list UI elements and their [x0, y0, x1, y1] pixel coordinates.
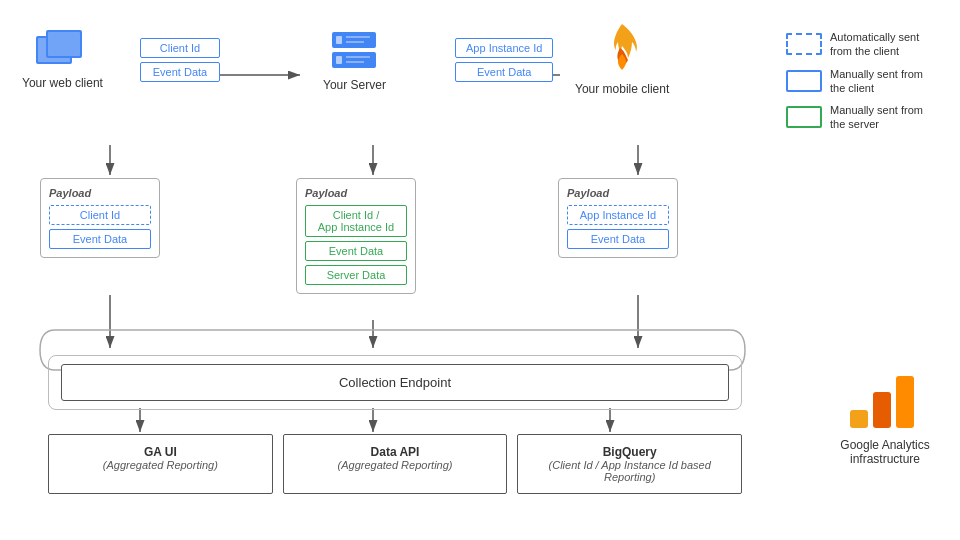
- web-payload-items: Client Id Event Data: [49, 205, 151, 249]
- collection-endpoint-label: Collection Endpoint: [339, 375, 451, 390]
- server-payload-id: Client Id /App Instance Id: [305, 205, 407, 237]
- legend-item-auto: Automatically sent from the client: [786, 30, 940, 59]
- output-bigquery: BigQuery (Client Id / App Instance Id ba…: [517, 434, 742, 494]
- svg-rect-23: [336, 56, 342, 64]
- ga-ui-title: GA UI: [57, 445, 264, 459]
- collection-outer-border: Collection Endpoint: [48, 355, 742, 410]
- legend-box-dashed: [786, 33, 822, 55]
- legend: Automatically sent from the client Manua…: [786, 30, 940, 132]
- mobile-payload-event-data: Event Data: [567, 229, 669, 249]
- svg-rect-27: [873, 392, 891, 428]
- mobile-event-data-box: Event Data: [455, 62, 553, 82]
- svg-rect-19: [336, 36, 342, 44]
- server-icon: [328, 28, 380, 74]
- mobile-payload: Payload App Instance Id Event Data: [558, 178, 678, 258]
- ga-ui-subtitle: (Aggregated Reporting): [57, 459, 264, 471]
- mobile-payload-instance-id: App Instance Id: [567, 205, 669, 225]
- legend-box-solid-green: [786, 106, 822, 128]
- mobile-client-label: Your mobile client: [575, 82, 669, 96]
- ga-label: Google Analytics infrastructure: [830, 438, 940, 466]
- collection-section: Collection Endpoint: [48, 355, 742, 410]
- diagram: Automatically sent from the client Manua…: [0, 0, 960, 540]
- legend-item-manual-client: Manually sent from the client: [786, 67, 940, 96]
- web-payload: Payload Client Id Event Data: [40, 178, 160, 258]
- mobile-payload-items: App Instance Id Event Data: [567, 205, 669, 249]
- legend-item-manual-server: Manually sent from the server: [786, 103, 940, 132]
- legend-box-solid-blue: [786, 70, 822, 92]
- mobile-client-section: Your mobile client: [575, 20, 669, 96]
- mobile-instance-id-box: App Instance Id: [455, 38, 553, 58]
- web-client-icon: [34, 28, 90, 72]
- output-ga-ui: GA UI (Aggregated Reporting): [48, 434, 273, 494]
- web-event-data-box: Event Data: [140, 62, 220, 82]
- server-payload-label: Payload: [305, 187, 407, 199]
- svg-rect-17: [48, 32, 80, 56]
- mobile-client-icon: [598, 20, 646, 78]
- server-payload: Payload Client Id /App Instance Id Event…: [296, 178, 416, 294]
- server-section: Your Server: [323, 28, 386, 92]
- web-client-id-box: Client Id: [140, 38, 220, 58]
- web-payload-client-id: Client Id: [49, 205, 151, 225]
- mobile-data-boxes: App Instance Id Event Data: [455, 38, 553, 82]
- web-client-section: Your web client: [22, 28, 103, 90]
- legend-auto-label: Automatically sent from the client: [830, 30, 940, 59]
- web-client-label: Your web client: [22, 76, 103, 90]
- output-data-api: Data API (Aggregated Reporting): [283, 434, 508, 494]
- legend-manual-server-label: Manually sent from the server: [830, 103, 940, 132]
- server-label: Your Server: [323, 78, 386, 92]
- ga-infrastructure: Google Analytics infrastructure: [830, 370, 940, 466]
- server-payload-items: Client Id /App Instance Id Event Data Se…: [305, 205, 407, 285]
- bigquery-title: BigQuery: [526, 445, 733, 459]
- data-api-subtitle: (Aggregated Reporting): [292, 459, 499, 471]
- data-api-title: Data API: [292, 445, 499, 459]
- mobile-payload-label: Payload: [567, 187, 669, 199]
- svg-rect-28: [896, 376, 914, 428]
- server-payload-server-data: Server Data: [305, 265, 407, 285]
- web-payload-event-data: Event Data: [49, 229, 151, 249]
- bigquery-subtitle: (Client Id / App Instance Id based Repor…: [526, 459, 733, 483]
- ga-bars-icon: [845, 370, 925, 430]
- web-payload-label: Payload: [49, 187, 151, 199]
- outputs-row: GA UI (Aggregated Reporting) Data API (A…: [48, 434, 742, 494]
- web-data-boxes: Client Id Event Data: [140, 38, 220, 82]
- server-payload-event-data: Event Data: [305, 241, 407, 261]
- legend-manual-client-label: Manually sent from the client: [830, 67, 940, 96]
- svg-rect-26: [850, 410, 868, 428]
- collection-endpoint-box: Collection Endpoint: [61, 364, 729, 401]
